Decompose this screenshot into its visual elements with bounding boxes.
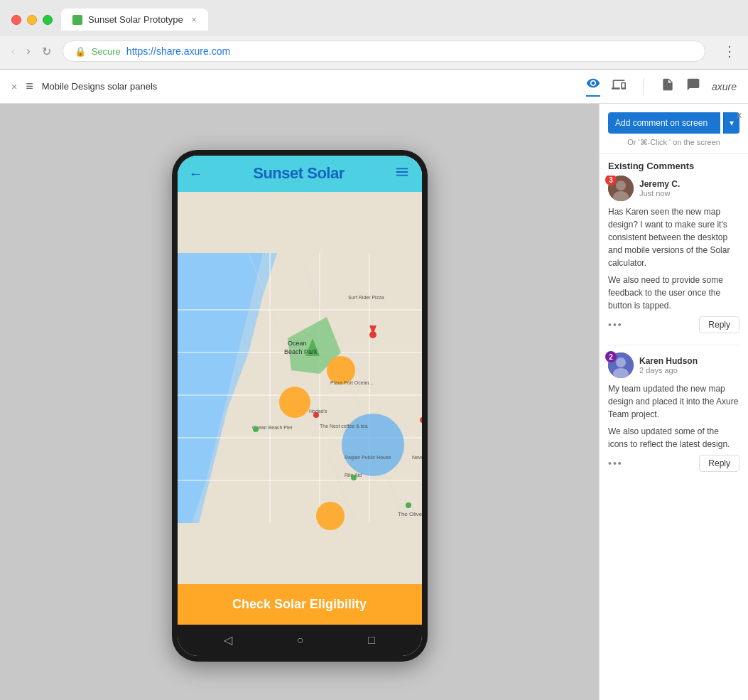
main-content: ← Sunset Solar [0,104,748,700]
svg-text:The Olive Tree Market: The Olive Tree Market [398,511,422,517]
phone-mockup: ← Sunset Solar [172,150,428,662]
svg-text:The Nest coffee & tea: The Nest coffee & tea [320,424,368,429]
minimize-traffic-light[interactable] [27,15,37,25]
maximize-traffic-light[interactable] [43,15,53,25]
tab-favicon [72,15,82,25]
address-bar: ‹ › ↻ 🔒 Secure https://share.axure.com ⋮ [0,36,748,69]
shortcut-hint: Or '⌘-Click ' on the screen [608,138,739,147]
comment-more-button[interactable]: ••• [608,458,623,469]
svg-point-35 [616,181,626,190]
comment-author: Karen Hudson [639,356,739,366]
responsive-icon[interactable] [612,77,626,95]
svg-point-13 [279,387,310,418]
traffic-lights [11,15,53,25]
panel-close-button[interactable]: × [736,109,742,122]
comment-text-1: My team updated the new map design and p… [608,382,739,421]
svg-point-30 [253,426,259,432]
app-toolbar: × ≡ Mobile Designs solar panels axure [0,70,748,104]
back-button[interactable]: ‹ [11,45,15,58]
comment-more-button[interactable]: ••• [608,319,623,330]
tab-title: Sunset Solar Prototype [88,14,183,25]
svg-point-33 [406,502,411,508]
nav-buttons: ‹ › ↻ [11,45,51,58]
browser-tab[interactable]: Sunset Solar Prototype × [61,9,208,31]
map-area: Ocean Beach Park Ocean Beach Pier Hodad'… [178,192,422,584]
toolbar-hamburger-button[interactable]: ≡ [26,79,33,94]
app-header: ← Sunset Solar [178,156,422,192]
comment-time: Just now [639,189,739,198]
secure-label: Secure [92,46,121,57]
svg-text:Pizza Port Ocean...: Pizza Port Ocean... [330,380,373,385]
comment-panel: × Add comment on screen ▾ Or '⌘-Click ' … [599,104,748,700]
comment-actions: ••• Reply [608,455,739,472]
document-icon[interactable] [661,77,675,95]
preview-icon[interactable] [586,76,600,97]
recent-nav-icon[interactable]: □ [368,634,375,647]
comment-actions: ••• Reply [608,316,739,333]
svg-text:Beach Park: Beach Park [284,348,318,355]
comment-author: Jeremy C. [639,179,739,189]
svg-text:Hodad's: Hodad's [309,409,327,414]
browser-chrome: Sunset Solar Prototype × ‹ › ↻ 🔒 Secure … [0,0,748,70]
toolbar-icons [586,76,700,97]
comments-list: 3 Jeremy C. Just now Has Karen seen the … [600,176,748,700]
svg-point-38 [616,357,626,367]
brand-label: axure [712,81,737,92]
secure-lock-icon: 🔒 [75,46,86,57]
app-back-button[interactable]: ← [189,166,203,182]
forward-button[interactable]: › [26,45,30,58]
existing-comments-label: Existing Comments [600,154,748,176]
avatar-wrapper: 3 [608,176,634,201]
toolbar-divider [643,78,644,95]
app-title: Sunset Solar [253,164,344,183]
comment-time: 2 days ago [639,366,739,375]
comment-header: 2 Karen Hudson 2 days ago [608,352,739,378]
comment-item: 2 Karen Hudson 2 days ago My team update… [608,352,739,472]
comment-item: 3 Jeremy C. Just now Has Karen seen the … [608,176,739,333]
url-text: https://share.axure.com [126,45,230,57]
home-nav-icon[interactable]: ○ [297,634,304,647]
svg-text:Surf Rider Pizza: Surf Rider Pizza [348,295,384,300]
comment-header: 3 Jeremy C. Just now [608,176,739,201]
close-traffic-light[interactable] [11,15,21,25]
tab-close-button[interactable]: × [192,15,197,25]
title-bar: Sunset Solar Prototype × [0,0,748,36]
cta-button[interactable]: Check Solar Eligibility [178,584,422,625]
phone-nav-bar: ◁ ○ □ [178,625,422,656]
svg-point-14 [316,502,345,530]
app-menu-icon[interactable] [394,164,410,183]
comment-meta: Jeremy C. Just now [639,179,739,198]
toolbar-title: Mobile Designs solar panels [42,81,586,92]
comment-panel-header: × Add comment on screen ▾ Or '⌘-Click ' … [600,104,748,154]
add-comment-row: Add comment on screen ▾ [608,112,739,134]
comment-meta: Karen Hudson 2 days ago [639,356,739,375]
comment-icon[interactable] [686,77,700,95]
browser-menu-button[interactable]: ⋮ [722,43,737,60]
svg-text:Ocean: Ocean [288,340,307,347]
url-bar[interactable]: 🔒 Secure https://share.axure.com [63,41,705,62]
svg-point-32 [351,475,357,480]
svg-text:Newport Ave: Newport Ave [412,455,422,461]
preview-area: ← Sunset Solar [0,104,599,700]
comment-text-2: We also need to provide some feedback to… [608,274,739,312]
phone-screen: ← Sunset Solar [178,156,422,656]
reply-button[interactable]: Reply [699,455,739,472]
comment-badge: 2 [605,351,617,362]
svg-point-31 [313,412,319,418]
toolbar-close-button[interactable]: × [11,81,17,92]
avatar-wrapper: 2 [608,352,634,378]
add-comment-button[interactable]: Add comment on screen [608,112,720,134]
comment-text-1: Has Karen seen the new map design? I wan… [608,205,739,269]
reply-button[interactable]: Reply [699,316,739,333]
back-nav-icon[interactable]: ◁ [224,633,232,647]
svg-text:Raglan Public House: Raglan Public House [345,455,391,461]
comment-divider [608,345,739,345]
refresh-button[interactable]: ↻ [42,45,51,58]
comment-text-2: We also updated some of the icons to ref… [608,425,739,451]
